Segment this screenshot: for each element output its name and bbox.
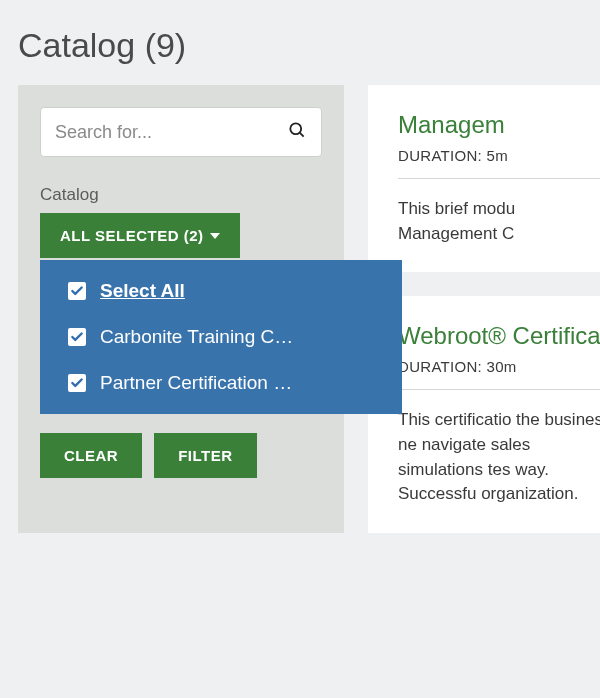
checkbox-icon [68, 328, 86, 346]
card-title: Webroot® Certificati [398, 322, 600, 350]
dropdown-label: ALL SELECTED (2) [60, 227, 204, 244]
option-label: Carbonite Training C… [100, 326, 293, 348]
dropdown-option[interactable]: Carbonite Training C… [40, 314, 402, 360]
search-box[interactable] [40, 107, 322, 157]
catalog-dropdown-button[interactable]: ALL SELECTED (2) [40, 213, 240, 258]
option-label: Select All [100, 280, 185, 302]
card-description: This certificatio the business ne naviga… [398, 408, 600, 507]
filter-group-label: Catalog [40, 185, 322, 205]
card-duration: DURATION: 5m [398, 147, 600, 179]
result-card[interactable]: Managem DURATION: 5m This brief modu Man… [368, 85, 600, 272]
filter-button[interactable]: FILTER [154, 433, 256, 478]
dropdown-option[interactable]: Partner Certification … [40, 360, 402, 406]
card-duration: DURATION: 30m [398, 358, 600, 390]
catalog-dropdown-menu: Select All Carbonite Training C… Partner… [40, 260, 402, 414]
option-label: Partner Certification … [100, 372, 292, 394]
svg-point-0 [290, 123, 301, 134]
clear-button[interactable]: CLEAR [40, 433, 142, 478]
select-all-option[interactable]: Select All [40, 268, 402, 314]
results-list: Managem DURATION: 5m This brief modu Man… [368, 85, 600, 533]
caret-down-icon [210, 233, 220, 239]
page-title: Catalog (9) [0, 0, 600, 85]
search-icon[interactable] [287, 120, 307, 144]
checkbox-icon [68, 374, 86, 392]
result-card[interactable]: Webroot® Certificati DURATION: 30m This … [368, 296, 600, 533]
card-description: This brief modu Management C [398, 197, 600, 246]
search-input[interactable] [55, 122, 287, 143]
svg-line-1 [300, 133, 304, 137]
filter-panel: Catalog ALL SELECTED (2) Select All Carb… [18, 85, 344, 533]
checkbox-icon [68, 282, 86, 300]
card-title: Managem [398, 111, 600, 139]
